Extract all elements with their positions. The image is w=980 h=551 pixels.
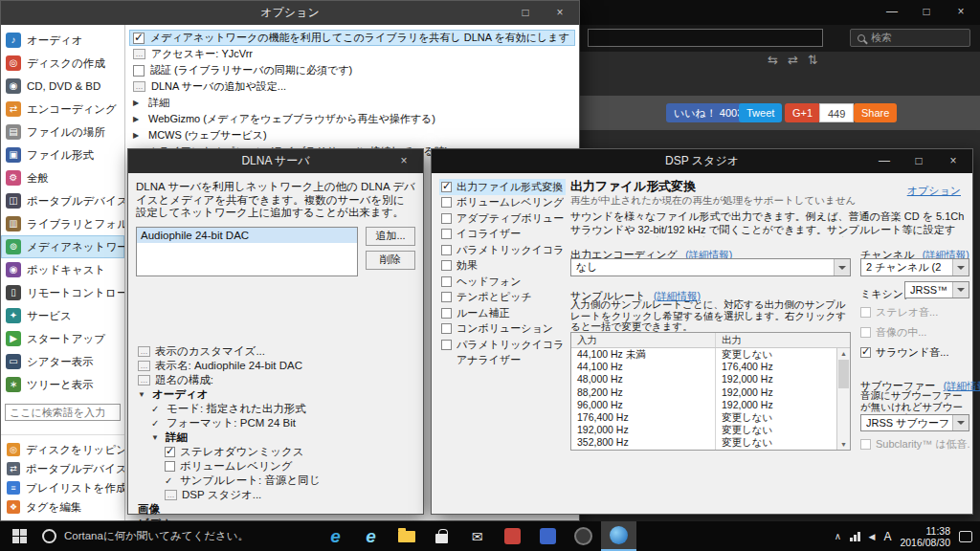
checkbox[interactable]	[133, 33, 145, 44]
output-cell[interactable]: 変更しない	[715, 424, 850, 436]
sidebar-item-theater-view[interactable]: ▭シアター表示	[1, 350, 124, 373]
collapse-arrow-icon[interactable]: ▼	[151, 433, 161, 442]
table-row[interactable]: 88,200 Hz192,000 Hz	[571, 386, 850, 399]
hidden-icons-chevron-icon[interactable]: ∧	[835, 531, 841, 541]
maximize-icon[interactable]: □	[508, 1, 543, 25]
scroll-thumb[interactable]	[838, 360, 849, 388]
start-button[interactable]	[0, 521, 38, 551]
player-app-taskbar-button[interactable]	[566, 521, 601, 551]
text-field[interactable]	[588, 29, 823, 47]
sidebar-item-tree-view[interactable]: ∗ツリーと表示	[1, 373, 124, 396]
output-cell[interactable]: 変更しない	[715, 348, 850, 361]
photo-app-taskbar-button[interactable]	[530, 521, 566, 551]
dsp-module-item[interactable]: コンボリューション	[439, 321, 566, 338]
checkbox[interactable]	[133, 65, 145, 77]
expand-arrow-icon[interactable]: ▶	[133, 131, 143, 140]
tree-item[interactable]: ✓フォーマット: PCM 24 Bit	[136, 416, 415, 430]
network-icon[interactable]	[850, 531, 860, 541]
tree-item[interactable]: ✓モード: 指定された出力形式	[136, 402, 415, 416]
dsp-titlebar[interactable]: DSP スタジオ — □ ×	[432, 149, 972, 173]
subwoofer-select[interactable]: JRSS サブウーファー (120...	[860, 414, 969, 431]
close-icon[interactable]: ×	[944, 0, 978, 24]
tree-item[interactable]: ▼詳細	[136, 430, 415, 445]
table-row[interactable]: 352,800 Hz変更しない	[571, 436, 850, 449]
checkbox[interactable]	[860, 439, 871, 450]
tree-item[interactable]: …表示のカスタマイズ...	[136, 344, 415, 359]
add-server-button[interactable]: 追加...	[366, 227, 415, 246]
surround-option-row[interactable]: サラウンド音...	[860, 345, 969, 360]
sidebar-item-cd-dvd-bd[interactable]: ◉CD, DVD & BD	[1, 75, 124, 98]
cortana-icon[interactable]	[42, 529, 56, 543]
minimize-icon[interactable]: —	[867, 149, 902, 173]
checkbox[interactable]	[441, 308, 452, 319]
close-icon[interactable]: ×	[543, 1, 577, 25]
table-row[interactable]: 96,000 Hz192,000 Hz	[571, 399, 850, 411]
sidebar-item-library-folders[interactable]: ▥ライブラリとフォルダ	[1, 212, 124, 235]
dsp-module-item[interactable]: ボリュームレベリング	[439, 195, 566, 211]
action-item-edit-tags[interactable]: ❖タグを編集	[1, 497, 124, 517]
sidebar-item-podcast[interactable]: ◉ポッドキャスト	[1, 258, 124, 281]
dsp-module-item[interactable]: ルーム補正	[439, 305, 566, 321]
sidebar-item-startup[interactable]: ▶スタートアップ	[1, 327, 124, 350]
dsp-module-item[interactable]: 効果	[439, 258, 566, 275]
tree-item[interactable]: ステレオダウンミックス	[136, 445, 415, 459]
options-titlebar[interactable]: オプション □ ×	[1, 1, 579, 25]
checkbox[interactable]	[165, 461, 175, 472]
samplerate-table[interactable]: 入力 出力 44,100 Hz 未満変更しない44,100 Hz176,400 …	[570, 332, 851, 451]
checkbox[interactable]	[441, 260, 452, 271]
settings-row[interactable]: …アクセスキー: YJcVrr	[129, 46, 575, 62]
volume-icon[interactable]: ◀	[869, 532, 876, 541]
tree-item[interactable]: …題名の構成:	[136, 373, 415, 387]
dsp-module-item[interactable]: イコライザー	[439, 227, 566, 243]
checkbox[interactable]	[441, 292, 452, 302]
mail-taskbar-button[interactable]: ✉	[459, 521, 495, 551]
server-listbox[interactable]: Audiophile 24-bit DAC	[136, 227, 358, 276]
tree-item[interactable]: ボリュームレベリング	[136, 459, 415, 474]
sidebar-item-disc-creation[interactable]: ◎ディスクの作成	[1, 52, 124, 75]
ie-taskbar-button[interactable]: e	[353, 521, 389, 551]
repeat-icon[interactable]: ⇄	[788, 53, 798, 67]
checkbox[interactable]	[860, 327, 871, 338]
output-cell[interactable]: 176,400 Hz	[715, 361, 850, 373]
share-button[interactable]: Share	[854, 103, 897, 122]
store-taskbar-button[interactable]	[424, 521, 459, 551]
notification-center-icon[interactable]	[959, 531, 972, 542]
table-row[interactable]: 192,000 Hz変更しない	[571, 424, 850, 436]
expand-arrow-icon[interactable]: ▶	[133, 115, 143, 123]
maximize-icon[interactable]: □	[902, 149, 936, 173]
edge-taskbar-button[interactable]: e	[318, 521, 353, 551]
output-cell[interactable]: 192,000 Hz	[715, 373, 850, 386]
remove-server-button[interactable]: 削除	[366, 251, 415, 270]
scroll-down-icon[interactable]: ▼	[837, 439, 850, 450]
table-row[interactable]: 44,100 Hz176,400 Hz	[571, 361, 850, 373]
equalizer-icon[interactable]: ⇅	[808, 53, 818, 67]
collapse-arrow-icon[interactable]: ▼	[138, 390, 147, 399]
checkbox[interactable]	[441, 197, 452, 208]
file-explorer-taskbar-button[interactable]	[389, 521, 424, 551]
checkbox[interactable]	[441, 276, 452, 287]
settings-row[interactable]: 認証 (ライブラリサーバの同期に必須です)	[129, 62, 575, 78]
action-item-rip-disc[interactable]: ◎ディスクをリッピング	[1, 440, 124, 459]
tree-item[interactable]: …表示名: Audiophile 24-bit DAC	[136, 359, 415, 373]
settings-row[interactable]: ▶MCWS (ウェブサービス)	[129, 127, 575, 143]
output-cell[interactable]: 192,000 Hz	[715, 386, 850, 399]
media-app-taskbar-button[interactable]	[495, 521, 530, 551]
table-row[interactable]: 48,000 Hz192,000 Hz	[571, 373, 850, 386]
dsp-module-item[interactable]: アナライザー	[439, 353, 566, 369]
settings-row[interactable]: メディアネットワークの機能を利用してこのライブラリを共有し DLNA を有効にし…	[129, 30, 575, 46]
mixing-select[interactable]: JRSS™ ミキシ...	[904, 281, 969, 298]
taskbar-clock[interactable]: 11:38 2016/08/30	[900, 525, 950, 548]
table-scrollbar[interactable]: ▲ ▼	[836, 348, 850, 450]
tree-item[interactable]: …DSP スタジオ...	[136, 488, 415, 502]
shuffle-icon[interactable]: ⇆	[768, 53, 778, 67]
maximize-icon[interactable]: □	[909, 0, 944, 24]
tree-item[interactable]: ▼オーディオ	[136, 387, 415, 402]
sidebar-item-encoding[interactable]: ⇄エンコーディング	[1, 98, 124, 121]
checkbox[interactable]	[860, 307, 871, 318]
sidebar-item-portable-devices[interactable]: ◫ポータブルデバイス	[1, 189, 124, 212]
table-row[interactable]: 176,400 Hz変更しない	[571, 411, 850, 424]
subclarity-option-row[interactable]: Subclarity™ は低音...	[860, 437, 969, 452]
dsp-module-item[interactable]: アダプティブボリューム	[439, 210, 566, 227]
checkbox[interactable]	[441, 245, 452, 255]
dsp-module-item[interactable]: ヘッドフォン	[439, 274, 566, 290]
